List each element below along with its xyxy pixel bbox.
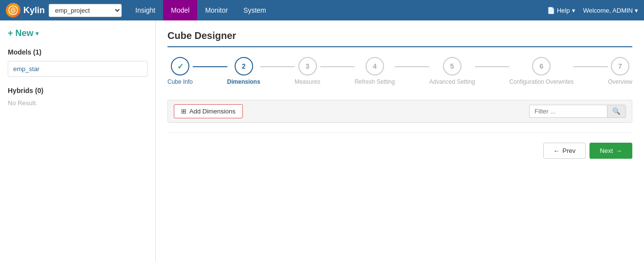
- next-button[interactable]: Next →: [589, 143, 632, 159]
- next-label: Next: [600, 147, 613, 154]
- add-dimensions-button[interactable]: ⊞ Add Dimensions: [174, 104, 243, 118]
- next-arrow-icon: →: [616, 147, 622, 154]
- wizard-steps: ✓ Cube Info 2 Dimensions 3 Measures: [167, 57, 632, 85]
- step-1-circle: ✓: [171, 57, 189, 75]
- step-3-symbol: 3: [306, 62, 310, 70]
- brand-name: Kylin: [23, 5, 45, 16]
- step-5-symbol: 5: [450, 62, 454, 70]
- dimensions-toolbar: ⊞ Add Dimensions 🔍: [167, 100, 632, 123]
- step-7-circle: 7: [611, 57, 629, 75]
- welcome-label: Welcome, ADMIN: [583, 7, 633, 14]
- no-result-label: No Result.: [8, 99, 147, 107]
- step-7-label: Overview: [608, 78, 632, 85]
- connector-6-7: [573, 66, 608, 67]
- step-5-circle: 5: [443, 57, 461, 75]
- step-5[interactable]: 5 Advanced Setting: [429, 57, 475, 85]
- step-4-circle: 4: [366, 57, 384, 75]
- new-chevron-icon: ▾: [36, 30, 38, 37]
- step-2[interactable]: 2 Dimensions: [227, 57, 260, 85]
- connector-1-2: [193, 66, 227, 67]
- nav-system[interactable]: System: [236, 0, 274, 20]
- step-6-symbol: 6: [539, 62, 543, 70]
- step-2-symbol: 2: [242, 62, 246, 70]
- step-3-label: Measures: [294, 78, 320, 85]
- step-7[interactable]: 7 Overview: [608, 57, 632, 85]
- filter-container: 🔍: [529, 105, 626, 118]
- connector-4-5: [395, 66, 429, 67]
- step-1-symbol: ✓: [177, 62, 184, 71]
- step-3-circle: 3: [298, 57, 317, 75]
- nav-buttons: ← Prev Next →: [167, 132, 632, 159]
- search-icon: 🔍: [612, 108, 621, 115]
- nav-insight[interactable]: Insight: [128, 0, 163, 20]
- help-label: Help: [557, 7, 570, 14]
- help-chevron-icon: ▾: [572, 7, 575, 14]
- step-4-label: Refresh Setting: [354, 78, 395, 85]
- content-area: Cube Designer ✓ Cube Info 2 Dimensions: [156, 20, 644, 261]
- connector-3-4: [320, 66, 355, 67]
- user-menu[interactable]: Welcome, ADMIN ▾: [583, 7, 638, 14]
- main-container: + New ▾ Models (1) emp_star Hybrids (0) …: [0, 20, 644, 261]
- brand-logo-icon: [6, 3, 20, 18]
- new-button-label: + New: [8, 28, 34, 38]
- step-1[interactable]: ✓ Cube Info: [167, 57, 193, 85]
- step-4[interactable]: 4 Refresh Setting: [354, 57, 395, 85]
- step-5-label: Advanced Setting: [429, 78, 475, 85]
- nav-links: Insight Model Monitor System: [128, 0, 274, 20]
- add-dimensions-label: Add Dimensions: [189, 108, 236, 115]
- project-select-input[interactable]: emp_project: [49, 4, 122, 17]
- brand: Kylin: [6, 3, 45, 18]
- sidebar: + New ▾ Models (1) emp_star Hybrids (0) …: [0, 20, 156, 261]
- new-button[interactable]: + New ▾: [8, 28, 147, 38]
- step-1-label: Cube Info: [167, 78, 193, 85]
- prev-label: Prev: [563, 147, 576, 154]
- step-6-label: Configuration Overwrites: [509, 78, 573, 85]
- nav-model[interactable]: Model: [163, 0, 197, 20]
- page-title: Cube Designer: [167, 30, 632, 47]
- filter-input[interactable]: [529, 105, 607, 118]
- step-6[interactable]: 6 Configuration Overwrites: [509, 57, 573, 85]
- step-6-circle: 6: [532, 57, 551, 75]
- connector-5-6: [475, 66, 510, 67]
- models-section-title: Models (1): [8, 48, 147, 56]
- filter-search-button[interactable]: 🔍: [607, 105, 626, 118]
- add-dimensions-icon: ⊞: [181, 108, 186, 115]
- user-chevron-icon: ▾: [635, 7, 638, 14]
- step-2-label: Dimensions: [227, 78, 260, 85]
- help-menu[interactable]: 📄 Help ▾: [547, 7, 575, 14]
- nav-right: 📄 Help ▾ Welcome, ADMIN ▾: [547, 7, 638, 14]
- sidebar-item-emp-star[interactable]: emp_star: [8, 61, 147, 77]
- prev-button[interactable]: ← Prev: [543, 143, 586, 159]
- project-selector[interactable]: emp_project: [49, 4, 122, 17]
- step-4-symbol: 4: [373, 62, 377, 70]
- nav-monitor[interactable]: Monitor: [197, 0, 236, 20]
- help-icon: 📄: [547, 7, 555, 14]
- prev-arrow-icon: ←: [553, 147, 560, 154]
- connector-2-3: [260, 66, 295, 67]
- hybrids-section-title: Hybrids (0): [8, 87, 147, 94]
- step-7-symbol: 7: [618, 62, 622, 70]
- step-3[interactable]: 3 Measures: [294, 57, 320, 85]
- step-2-circle: 2: [235, 57, 253, 75]
- navbar: Kylin emp_project Insight Model Monitor …: [0, 0, 644, 20]
